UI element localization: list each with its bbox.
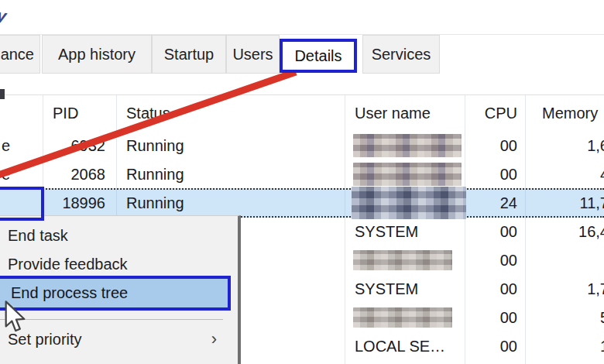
censored-user-name — [353, 307, 452, 328]
tab-label: Users — [232, 46, 273, 64]
tab-label: Details — [294, 47, 341, 65]
censored-user-name — [353, 163, 462, 186]
table-row[interactable]: e 6932 Running 00 1,6 — [0, 132, 604, 160]
column-separator — [345, 95, 345, 364]
column-separator — [525, 95, 526, 364]
column-header-user-name[interactable]: User name — [355, 102, 431, 124]
tab-details-annotation-box[interactable]: Details — [280, 39, 357, 73]
cell-cpu[interactable]: 00 — [465, 304, 517, 332]
cell-memory[interactable]: 16,4 — [527, 218, 604, 246]
cell-cpu[interactable]: 00 — [465, 275, 517, 304]
cell-status[interactable]: Running — [126, 190, 281, 216]
table-row[interactable]: e 2068 Running 00 4 — [0, 160, 604, 189]
selected-row-annotation-box — [0, 187, 44, 221]
cell-memory[interactable]: 1 — [527, 332, 604, 361]
cell-cpu[interactable]: 24 — [465, 190, 517, 216]
cell-memory[interactable] — [527, 246, 604, 275]
table-row[interactable]: 18996 Running 24 11,7 — [0, 188, 604, 218]
tab-label: App history — [58, 46, 136, 64]
column-separator — [465, 95, 465, 364]
censored-user-name — [352, 187, 466, 219]
tab-label: Services — [372, 46, 431, 64]
cell-user-name[interactable]: SYSTEM — [355, 275, 471, 304]
menu-item-label: End process tree — [11, 284, 128, 302]
cell-status[interactable]: Running — [126, 132, 281, 160]
cell-cpu[interactable]: 00 — [465, 132, 517, 160]
censored-user-name — [353, 250, 452, 270]
tab-app-history[interactable]: App history — [42, 35, 152, 74]
menu-separator — [0, 319, 223, 320]
cell-cpu[interactable]: 00 — [465, 160, 517, 189]
cell-memory[interactable]: 5 — [527, 304, 604, 332]
column-header-status[interactable]: Status — [126, 102, 170, 124]
tab-label: ance — [1, 46, 34, 64]
tab-services[interactable]: Services — [362, 35, 440, 74]
cut-off-text-glyph: y — [0, 5, 8, 26]
submenu-arrow-icon: › — [211, 329, 217, 349]
menu-item-set-priority[interactable]: Set priority › — [8, 325, 217, 353]
tab-performance-truncated[interactable]: ance — [0, 35, 40, 74]
cell-cpu[interactable]: 00 — [465, 246, 517, 275]
cell-memory[interactable]: 1,7 — [527, 275, 604, 304]
cell-cpu[interactable]: 00 — [465, 332, 517, 361]
column-header-pid[interactable]: PID — [53, 102, 78, 124]
censored-user-name — [353, 134, 462, 157]
column-header-memory[interactable]: Memory — [542, 102, 598, 124]
menu-item-label: Set priority — [8, 331, 82, 349]
menu-item-provide-feedback[interactable]: Provide feedback — [8, 250, 128, 278]
column-header-cpu[interactable]: CPU — [465, 102, 517, 124]
cell-status[interactable]: Running — [126, 160, 281, 189]
cell-user-name[interactable]: SYSTEM — [355, 218, 471, 246]
cut-off-artifact — [0, 89, 5, 99]
menu-item-end-process-tree-annotation-box[interactable]: End process tree — [0, 276, 231, 311]
cell-memory[interactable]: 1,6 — [527, 132, 604, 160]
tab-label: Startup — [164, 46, 214, 64]
tab-startup[interactable]: Startup — [152, 35, 226, 74]
cell-cpu[interactable]: 00 — [465, 218, 517, 246]
header-divider — [0, 94, 604, 95]
tab-users[interactable]: Users — [226, 35, 280, 74]
cell-memory[interactable]: 11,7 — [527, 190, 604, 216]
menu-item-end-task[interactable]: End task — [8, 221, 68, 249]
cell-user-name[interactable]: LOCAL SE… — [355, 332, 471, 361]
cell-memory[interactable]: 4 — [527, 160, 604, 189]
task-manager-window: y ance App history Startup Users Service… — [0, 0, 604, 364]
